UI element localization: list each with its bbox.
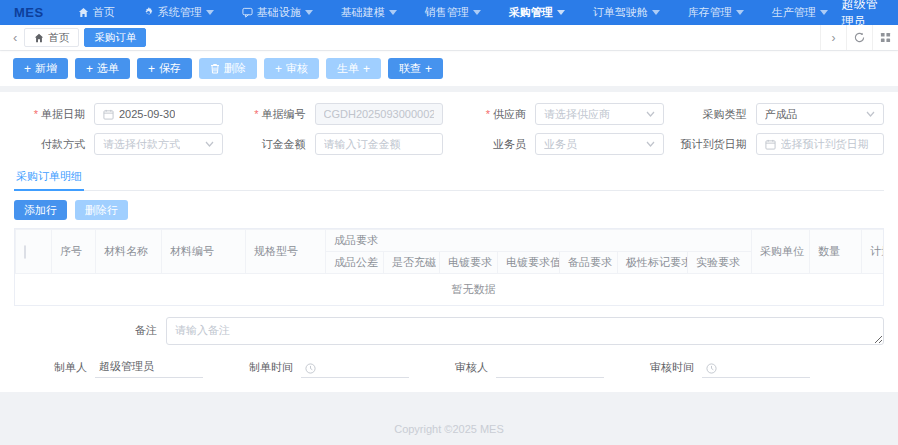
nav-item-inventory[interactable]: 库存管理 [674, 0, 758, 25]
plus-icon: + [425, 63, 432, 75]
page-body: + 新增 + 选单 + 保存 删除 + 审核 生单 + 联查 + [0, 50, 898, 445]
add-button[interactable]: + 新增 [13, 58, 68, 79]
eta-date-input[interactable]: 选择预计到货日期 [756, 133, 885, 155]
linked-query-button[interactable]: 联查 + [388, 58, 443, 79]
brand-logo: MES [14, 5, 44, 20]
empty-row: 暂无数据 [16, 274, 885, 306]
save-button[interactable]: + 保存 [137, 58, 192, 79]
home-icon [78, 7, 89, 18]
creator-label: 制单人 [54, 360, 95, 378]
col-plating-value: 电镀要求值 [498, 252, 560, 274]
col-test: 实验要求 [688, 252, 752, 274]
field-doc-no: 单据编号 CGDH2025093000002 [235, 103, 444, 125]
salesperson-select[interactable]: 业务员 [535, 133, 664, 155]
gear-icon [143, 7, 154, 18]
eta-label: 预计到货日期 [676, 137, 756, 152]
plus-icon: + [148, 63, 155, 75]
tab-home[interactable]: 首页 [24, 28, 79, 47]
nav-item-production[interactable]: 生产管理 [758, 0, 842, 25]
calendar-icon [765, 139, 776, 150]
nav-item-purchasing[interactable]: 采购管理 [495, 0, 579, 25]
field-purchase-type: 采购类型 产成品 [676, 103, 885, 125]
payment-select[interactable]: 请选择付款方式 [94, 133, 223, 155]
chevron-down-icon [820, 10, 828, 15]
col-spare: 备品要求 [560, 252, 618, 274]
chevron-down-icon [557, 10, 565, 15]
remark-field: 备注 [14, 317, 884, 345]
deposit-label: 订金金额 [235, 137, 315, 152]
generate-order-button[interactable]: 生单 + [326, 58, 381, 79]
chevron-down-icon [205, 141, 214, 147]
remark-textarea[interactable] [166, 317, 884, 345]
top-navbar: MES 首页 系统管理 基础设施 基础建模 销售管理 采购管理 订单驾驶舱 库存… [0, 0, 898, 25]
spacer [0, 392, 898, 423]
details-section-bar: 采购订单明细 [14, 163, 884, 191]
layout-grid-icon[interactable] [872, 25, 898, 50]
chevron-down-icon [646, 141, 655, 147]
create-time-label: 制单时间 [249, 360, 301, 378]
create-time-value [301, 363, 409, 378]
pick-order-button[interactable]: + 选单 [75, 58, 130, 79]
col-plating: 电镀要求 [440, 252, 498, 274]
purchase-type-select[interactable]: 产成品 [756, 103, 885, 125]
audit-button[interactable]: + 审核 [264, 58, 319, 79]
chevron-down-icon [206, 10, 214, 15]
calendar-icon [103, 109, 114, 120]
remark-label: 备注 [14, 317, 166, 338]
col-tolerance: 成品公差 [326, 252, 384, 274]
deposit-input[interactable]: 请输入订金金额 [315, 133, 444, 155]
col-group-finished: 成品要求 [326, 230, 752, 252]
col-measure-unit: 计量单位 [862, 230, 884, 274]
doc-no-input: CGDH2025093000002 [315, 103, 444, 125]
col-purchase-unit: 采购单位 [752, 230, 810, 274]
toolbar: + 新增 + 选单 + 保存 删除 + 审核 生单 + 联查 + [0, 51, 898, 86]
doc-date-label: 单据日期 [14, 107, 94, 122]
chevron-down-icon [736, 10, 744, 15]
nav-item-sales[interactable]: 销售管理 [411, 0, 495, 25]
field-supplier: 供应商 请选择供应商 [455, 103, 664, 125]
doc-no-label: 单据编号 [235, 107, 315, 122]
delete-button[interactable]: 删除 [199, 58, 257, 79]
delete-row-button[interactable]: 删除行 [75, 200, 128, 220]
chevron-down-icon [473, 10, 481, 15]
field-doc-date: 单据日期 2025-09-30 [14, 103, 223, 125]
audit-time-field: 审核时间 [650, 359, 810, 378]
details-section-title[interactable]: 采购订单明细 [14, 163, 84, 191]
nav-item-order-cockpit[interactable]: 订单驾驶舱 [579, 0, 674, 25]
chevron-down-icon [652, 10, 660, 15]
home-icon [34, 33, 44, 43]
select-all-cell [16, 230, 52, 274]
nav-item-modeling[interactable]: 基础建模 [327, 0, 411, 25]
col-seq: 序号 [52, 230, 96, 274]
salesperson-label: 业务员 [455, 137, 535, 152]
field-payment: 付款方式 请选择付款方式 [14, 133, 223, 155]
audit-meta-row: 制单人 超级管理员 制单时间 审核人 审核时间 [54, 359, 884, 378]
creator-field: 制单人 超级管理员 [54, 359, 203, 378]
chat-icon [242, 7, 253, 18]
order-header-form: 单据日期 2025-09-30 单据编号 CGDH2025093000002 供… [14, 101, 884, 163]
select-all-checkbox[interactable] [24, 245, 26, 259]
tabs-scroll-right-icon[interactable]: › [820, 25, 846, 50]
tab-purchase-order[interactable]: 采购订单 [84, 28, 146, 47]
chevron-down-icon [866, 111, 875, 117]
plus-icon: + [86, 63, 93, 75]
col-material-name: 材料名称 [96, 230, 162, 274]
nav-item-infrastructure[interactable]: 基础设施 [228, 0, 327, 25]
tab-tools: › [820, 25, 898, 50]
supplier-select[interactable]: 请选择供应商 [535, 103, 664, 125]
refresh-icon[interactable] [846, 25, 872, 50]
row-buttons: 添加行 删除行 [14, 191, 884, 228]
supplier-label: 供应商 [455, 107, 535, 122]
nav-item-home[interactable]: 首页 [64, 0, 129, 25]
chevron-down-icon [389, 10, 397, 15]
nav-item-system[interactable]: 系统管理 [129, 0, 228, 25]
add-row-button[interactable]: 添加行 [14, 200, 67, 220]
auditor-label: 审核人 [455, 360, 496, 378]
footer-copyright: Copyright ©2025 MES [0, 423, 898, 445]
clock-icon [305, 363, 316, 374]
tab-bar: ‹ 首页 采购订单 › [0, 25, 898, 50]
doc-date-input[interactable]: 2025-09-30 [94, 103, 223, 125]
field-salesperson: 业务员 业务员 [455, 133, 664, 155]
col-polarity-mark: 极性标记要求 [618, 252, 688, 274]
tabs-scroll-left-icon[interactable]: ‹ [6, 30, 24, 45]
